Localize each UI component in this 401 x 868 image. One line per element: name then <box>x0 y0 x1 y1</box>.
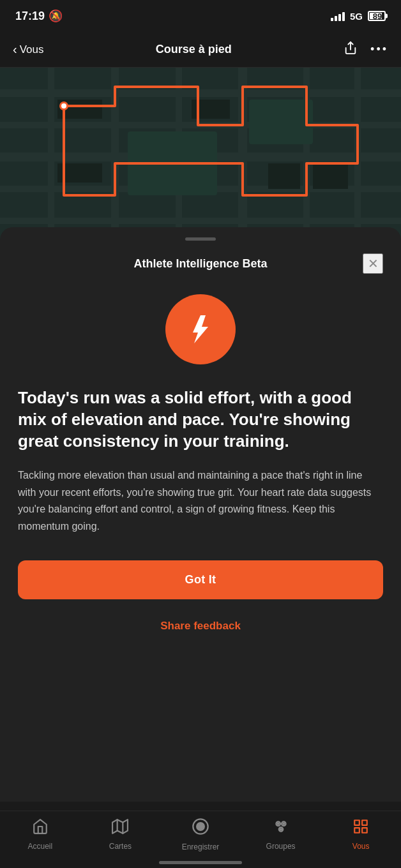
network-label: 5G <box>350 11 363 22</box>
sub-text: Tackling more elevation than usual and m… <box>18 467 383 535</box>
share-icon[interactable] <box>344 41 358 59</box>
signal-bar-2 <box>335 16 337 21</box>
groups-icon <box>273 818 289 839</box>
signal-bar-4 <box>342 12 345 21</box>
svg-point-34 <box>280 828 281 830</box>
record-icon <box>192 818 209 839</box>
svg-rect-20 <box>268 163 300 189</box>
battery-indicator: 89 <box>368 11 386 21</box>
close-button[interactable]: ✕ <box>363 253 383 274</box>
svg-rect-19 <box>313 163 348 189</box>
sheet-handle <box>185 237 216 241</box>
nav-item-enregistrer[interactable]: Enregistrer <box>160 818 241 851</box>
status-bar: 17:19 🔕 5G 89 <box>0 0 401 32</box>
svg-marker-24 <box>112 819 128 834</box>
back-label: Vous <box>20 43 44 56</box>
svg-rect-37 <box>354 828 359 833</box>
status-time: 17:19 🔕 <box>15 9 63 23</box>
notification-bell-icon: 🔕 <box>49 9 63 23</box>
strava-logo <box>165 294 236 364</box>
main-heading: Today's run was a solid effort, with a g… <box>18 387 383 452</box>
bottom-sheet: Athlete Intelligence Beta ✕ Today's run … <box>0 227 401 802</box>
got-it-button[interactable]: Got It <box>18 560 383 599</box>
time-display: 17:19 <box>15 10 45 23</box>
status-right: 5G 89 <box>331 11 386 22</box>
bottom-nav: Accueil Cartes Enregistrer <box>0 811 401 868</box>
map-icon <box>112 818 128 839</box>
nav-item-cartes[interactable]: Cartes <box>80 818 161 851</box>
signal-bars <box>331 11 345 21</box>
signal-bar-3 <box>338 14 341 21</box>
logo-container <box>18 294 383 364</box>
share-feedback-button[interactable]: Share feedback <box>18 615 383 638</box>
nav-label-vous: Vous <box>352 842 370 851</box>
nav-bar: ‹ Vous Course à pied ••• <box>0 32 401 68</box>
map-area <box>0 68 401 240</box>
strava-logo-svg <box>181 310 220 348</box>
home-icon <box>32 818 49 839</box>
svg-rect-36 <box>362 820 367 825</box>
back-arrow-icon: ‹ <box>13 42 17 57</box>
nav-label-groupes: Groupes <box>266 842 296 851</box>
signal-bar-1 <box>331 18 333 21</box>
sheet-title: Athlete Intelligence Beta <box>38 257 363 271</box>
svg-point-22 <box>61 103 66 108</box>
nav-item-groupes[interactable]: Groupes <box>241 818 321 851</box>
svg-rect-38 <box>362 828 367 833</box>
home-indicator <box>159 861 242 864</box>
battery-level: 89 <box>370 11 385 21</box>
svg-rect-35 <box>354 820 359 825</box>
nav-label-enregistrer: Enregistrer <box>182 842 220 851</box>
svg-point-33 <box>283 823 284 825</box>
svg-rect-15 <box>249 100 313 144</box>
svg-marker-23 <box>193 315 208 343</box>
svg-point-32 <box>277 823 278 825</box>
sheet-header: Athlete Intelligence Beta ✕ <box>18 253 383 274</box>
nav-label-cartes: Cartes <box>109 842 132 851</box>
more-options-icon[interactable]: ••• <box>370 43 388 56</box>
svg-point-28 <box>197 823 204 830</box>
nav-item-accueil[interactable]: Accueil <box>0 818 80 851</box>
nav-actions: ••• <box>344 41 388 59</box>
profile-icon <box>352 818 369 839</box>
battery-box: 89 <box>368 11 386 21</box>
nav-label-accueil: Accueil <box>27 842 52 851</box>
back-button[interactable]: ‹ Vous <box>13 42 43 57</box>
page-title: Course à pied <box>156 43 232 56</box>
nav-item-vous[interactable]: Vous <box>321 818 401 851</box>
